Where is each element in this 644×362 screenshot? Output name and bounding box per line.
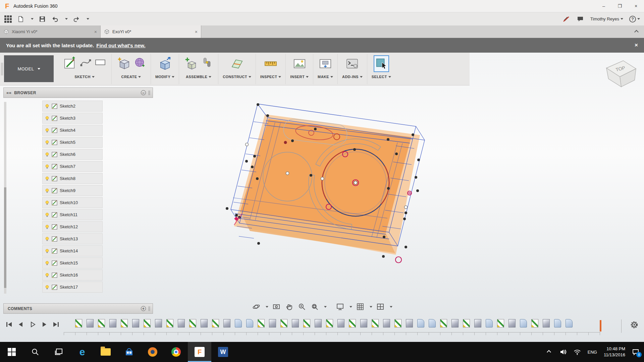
create-body-button[interactable] xyxy=(116,55,131,72)
scripts-addins-button[interactable] xyxy=(344,55,360,72)
browser-sketch-row[interactable]: Sketch17 xyxy=(42,282,103,293)
redo-button[interactable] xyxy=(72,15,80,23)
visibility-lightbulb-icon[interactable] xyxy=(45,104,50,109)
visibility-lightbulb-icon[interactable] xyxy=(45,116,50,121)
fit-icon[interactable] xyxy=(310,302,319,311)
start-button[interactable] xyxy=(0,342,23,362)
timeline-feature-icon[interactable] xyxy=(269,319,276,327)
select-menu[interactable]: SELECT xyxy=(372,75,391,79)
look-at-icon[interactable] xyxy=(272,302,281,311)
timeline-feature-icon[interactable] xyxy=(497,319,504,327)
timeline-feature-icon[interactable] xyxy=(486,319,493,327)
app-grid-icon[interactable] xyxy=(4,15,12,23)
minimize-button[interactable]: – xyxy=(596,0,612,12)
tray-expand-chevron-icon[interactable] xyxy=(545,348,553,356)
timeline-feature-icon[interactable] xyxy=(121,319,128,327)
browser-sketch-row[interactable]: Sketch2 xyxy=(42,101,103,112)
step-forward-icon[interactable] xyxy=(40,320,49,329)
notification-close-icon[interactable]: × xyxy=(635,42,638,49)
timeline-feature-icon[interactable] xyxy=(98,319,105,327)
file-menu-caret-icon[interactable] xyxy=(31,18,34,20)
browser-sketch-row[interactable]: Sketch11 xyxy=(42,209,103,220)
timeline-feature-icon[interactable] xyxy=(383,319,390,327)
timeline-feature-icon[interactable] xyxy=(212,319,219,327)
scrollbar-thumb[interactable] xyxy=(4,187,6,288)
inspect-menu[interactable]: INSPECT xyxy=(260,75,281,79)
ribbon-grip-handle[interactable] xyxy=(1,63,3,75)
orbit-icon[interactable] xyxy=(252,302,261,311)
visibility-lightbulb-icon[interactable] xyxy=(45,164,50,169)
timeline-feature-icon[interactable] xyxy=(201,319,208,327)
edge-browser-icon[interactable]: e xyxy=(70,342,94,362)
timeline-feature-icon[interactable] xyxy=(337,319,344,327)
display-caret-icon[interactable] xyxy=(350,306,352,308)
fit-caret-icon[interactable] xyxy=(324,306,327,308)
timeline-feature-icon[interactable] xyxy=(280,319,287,327)
timeline-feature-icon[interactable] xyxy=(315,319,322,327)
timeline-feature-icon[interactable] xyxy=(463,319,470,327)
assemble-menu[interactable]: ASSEMBLE xyxy=(186,75,211,79)
skip-to-start-icon[interactable] xyxy=(5,320,13,329)
viewports-caret-icon[interactable] xyxy=(390,306,392,308)
orbit-caret-icon[interactable] xyxy=(266,306,268,308)
step-back-icon[interactable] xyxy=(16,320,25,329)
undo-caret-icon[interactable] xyxy=(65,18,68,20)
tab-xiaomi-yi[interactable]: Xiaomi Yi v0* × xyxy=(0,25,101,38)
browser-sketch-row[interactable]: Sketch6 xyxy=(42,149,103,160)
browser-sketch-row[interactable]: Sketch15 xyxy=(42,257,103,268)
visibility-lightbulb-icon[interactable] xyxy=(45,128,50,133)
action-center-icon[interactable]: 8 xyxy=(632,348,639,356)
language-indicator[interactable]: ENG xyxy=(588,350,597,355)
timeline-feature-icon[interactable] xyxy=(144,319,151,327)
timeline-feature-icon[interactable] xyxy=(132,319,139,327)
timeline-feature-icon[interactable] xyxy=(372,319,379,327)
timeline-feature-icon[interactable] xyxy=(258,319,265,327)
visibility-lightbulb-icon[interactable] xyxy=(45,260,50,266)
chrome-icon[interactable] xyxy=(164,342,188,362)
play-icon[interactable] xyxy=(28,320,37,329)
grid-snap-icon[interactable] xyxy=(356,302,365,311)
display-settings-icon[interactable] xyxy=(335,302,345,311)
timeline-feature-icon[interactable] xyxy=(554,319,561,327)
browser-sketch-row[interactable]: Sketch10 xyxy=(42,197,103,208)
file-explorer-icon[interactable] xyxy=(94,342,117,362)
browser-scrollbar[interactable] xyxy=(4,102,6,294)
addins-menu[interactable]: ADD-INS xyxy=(342,75,363,79)
timeline-feature-icon[interactable] xyxy=(394,319,401,327)
browser-sketch-row[interactable]: Sketch7 xyxy=(42,161,103,172)
select-tool-button[interactable] xyxy=(374,55,389,72)
zoom-icon[interactable] xyxy=(297,302,307,311)
pan-icon[interactable] xyxy=(284,302,294,311)
rectangle-tool-button[interactable] xyxy=(94,55,107,69)
timeline-feature-icon[interactable] xyxy=(508,319,516,327)
comments-grip-handle[interactable] xyxy=(149,306,150,311)
browser-sketch-row[interactable]: Sketch16 xyxy=(42,269,103,281)
timeline-feature-icon[interactable] xyxy=(166,319,173,327)
browser-grip-handle[interactable] xyxy=(149,90,150,95)
timeline-feature-icon[interactable] xyxy=(223,319,230,327)
timeline-feature-icon[interactable] xyxy=(406,319,413,327)
search-icon[interactable] xyxy=(23,342,47,362)
browser-sketch-row[interactable]: Sketch4 xyxy=(42,125,103,136)
timeline-feature-icon[interactable] xyxy=(303,319,310,327)
timeline-feature-icon[interactable] xyxy=(178,319,185,327)
timeline-feature-icon[interactable] xyxy=(429,319,436,327)
timeline-feature-icon[interactable] xyxy=(246,319,253,327)
tab-close-icon[interactable]: × xyxy=(94,29,97,35)
save-button[interactable] xyxy=(38,15,46,23)
timeline-feature-icon[interactable] xyxy=(87,319,94,327)
timeline-feature-icon[interactable] xyxy=(543,319,550,327)
tab-exoyl[interactable]: ExoYl v0* × xyxy=(101,25,201,38)
collapse-tabs-chevron-icon[interactable] xyxy=(635,29,638,35)
construct-menu[interactable]: CONSTRUCT xyxy=(223,75,251,79)
store-icon[interactable] xyxy=(117,342,141,362)
volume-icon[interactable] xyxy=(559,348,567,356)
workspace-selector[interactable]: MODEL xyxy=(4,55,54,82)
redo-caret-icon[interactable] xyxy=(87,18,89,20)
browser-sketch-row[interactable]: Sketch3 xyxy=(42,113,103,124)
visibility-lightbulb-icon[interactable] xyxy=(45,176,50,181)
make-3d-print-button[interactable] xyxy=(318,55,333,72)
visibility-lightbulb-icon[interactable] xyxy=(45,140,50,145)
timeline-feature-icon[interactable] xyxy=(75,319,82,327)
timeline-feature-icon[interactable] xyxy=(155,319,162,327)
